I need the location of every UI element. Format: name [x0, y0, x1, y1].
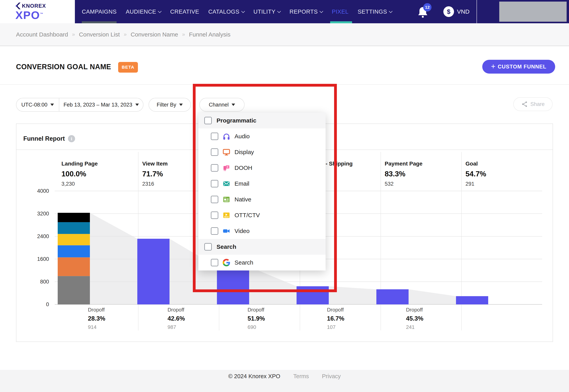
- share-button[interactable]: Share: [513, 97, 553, 111]
- stage-header-payment-page: Payment Page 83.3% 532: [380, 161, 460, 187]
- beta-badge: BETA: [118, 62, 138, 73]
- custom-funnel-label: CUSTOM FUNNEL: [498, 64, 546, 70]
- terms-link[interactable]: Terms: [293, 373, 309, 392]
- dropdown-item-email[interactable]: Email: [198, 176, 326, 192]
- checkbox[interactable]: [211, 148, 218, 156]
- dropdown-arrow-icon: [232, 104, 235, 106]
- filter-by-label: Filter By: [157, 102, 176, 108]
- funnel-bar: [297, 286, 329, 304]
- nav-item-label: CAMPAIGNS: [82, 9, 117, 15]
- avatar[interactable]: [499, 1, 567, 22]
- top-nav: CAMPAIGNS AUDIENCE CREATIVE CATALOGS UTI…: [0, 0, 569, 23]
- chevron-down-icon: [241, 9, 245, 13]
- brand-logo[interactable]: KNOREX XPO™: [0, 0, 75, 23]
- y-tick-label: 0: [46, 301, 49, 307]
- nav-item-label: CATALOGS: [208, 9, 240, 15]
- dropdown-arrow-icon: [135, 104, 139, 106]
- knorex-k-icon: [15, 2, 21, 9]
- nav-item-audience[interactable]: AUDIENCE: [126, 0, 161, 23]
- dropdown-item-ott-ctv[interactable]: OTT/CTV: [198, 207, 326, 223]
- stage-rate: 54.7%: [465, 170, 540, 178]
- billboard-icon: [223, 164, 230, 172]
- copyright-text: © 2024 Knorex XPO: [228, 373, 280, 392]
- stage-header-goal: Goal 54.7% 291: [461, 161, 540, 187]
- currency-selector[interactable]: $ VND: [443, 0, 469, 23]
- nav-item-utility[interactable]: UTILITY: [254, 0, 280, 23]
- nav-item-reports[interactable]: REPORTS: [289, 0, 323, 23]
- y-tick-label: 800: [40, 279, 49, 285]
- filter-by-button[interactable]: Filter By: [149, 98, 191, 112]
- logo-xpo-text: XPO: [15, 9, 40, 21]
- group-label: Programmatic: [217, 117, 256, 124]
- dropdown-arrow-icon: [50, 104, 54, 106]
- dropoff-count: 241: [406, 324, 423, 330]
- y-tick-label: 2400: [37, 233, 49, 239]
- breadcrumb-account-dashboard[interactable]: Account Dashboard: [16, 31, 68, 38]
- footer: © 2024 Knorex XPO Terms Privacy: [0, 370, 569, 392]
- dropoff-rate: 45.3%: [406, 315, 423, 322]
- dropdown-group-programmatic[interactable]: Programmatic: [198, 113, 326, 128]
- checkbox[interactable]: [211, 211, 218, 219]
- currency-code: VND: [457, 8, 469, 15]
- channel-filter-button[interactable]: Channel: [199, 98, 245, 112]
- dropoff-count: 987: [167, 324, 185, 330]
- dropdown-item-dooh[interactable]: DOOH: [198, 160, 326, 176]
- dropdown-item-video[interactable]: Video: [198, 223, 326, 239]
- funnel-bar: [456, 296, 488, 304]
- checkbox[interactable]: [204, 117, 212, 124]
- checkbox[interactable]: [204, 243, 212, 251]
- daterange-select[interactable]: Feb 13, 2023 – Mar 13, 2023: [59, 98, 143, 111]
- stage-rate: 83.3%: [385, 170, 460, 178]
- dropdown-item-search[interactable]: Search: [198, 255, 326, 270]
- checkbox[interactable]: [211, 259, 218, 266]
- breadcrumb: Account Dashboard » Conversion List » Co…: [0, 23, 569, 46]
- checkbox[interactable]: [211, 227, 218, 235]
- nav-item-settings[interactable]: SETTINGS: [358, 0, 392, 23]
- dropdown-group-search[interactable]: Search: [198, 239, 326, 255]
- dropdown-item-native[interactable]: Native: [198, 192, 326, 207]
- headphones-icon: [223, 133, 230, 140]
- breadcrumb-funnel-analysis[interactable]: Funnel Analysis: [189, 31, 230, 38]
- dropoff-1: Dropoff 28.3% 914: [88, 307, 105, 330]
- dropdown-item-display[interactable]: Display: [198, 144, 326, 160]
- checkbox[interactable]: [211, 133, 218, 140]
- envelope-icon: [223, 180, 230, 187]
- privacy-link[interactable]: Privacy: [322, 373, 341, 392]
- checkbox[interactable]: [211, 164, 218, 172]
- stage-rate: 100.0%: [61, 170, 136, 178]
- custom-funnel-button[interactable]: + CUSTOM FUNNEL: [482, 60, 555, 74]
- item-label: Audio: [235, 133, 250, 140]
- item-label: DOOH: [235, 165, 252, 171]
- currency-coin-icon: $: [443, 6, 454, 17]
- dropoff-3: Dropoff 51.9% 690: [248, 307, 265, 330]
- item-label: Email: [235, 180, 249, 187]
- nav-item-creative[interactable]: CREATIVE: [170, 0, 199, 23]
- nav-item-label: AUDIENCE: [126, 9, 156, 15]
- stage-label: Landing Page: [61, 161, 136, 167]
- info-icon[interactable]: i: [68, 135, 75, 142]
- breadcrumb-conversion-list[interactable]: Conversion List: [79, 31, 120, 38]
- item-label: Native: [235, 196, 251, 203]
- stage-label: Payment Page: [385, 161, 460, 167]
- dropoff-rate: 28.3%: [88, 315, 105, 322]
- nav-item-label: SETTINGS: [358, 9, 387, 15]
- timezone-select[interactable]: UTC-08:00: [16, 98, 59, 111]
- breadcrumb-separator: »: [182, 31, 185, 38]
- funnel-bar-segment: [58, 245, 90, 257]
- checkbox[interactable]: [211, 180, 218, 187]
- breadcrumb-separator: »: [72, 31, 75, 38]
- item-label: Display: [235, 149, 254, 155]
- share-label: Share: [530, 101, 544, 107]
- nav-item-campaigns[interactable]: CAMPAIGNS: [82, 0, 117, 23]
- nav-item-pixel[interactable]: PIXEL: [332, 0, 348, 23]
- dropoff-count: 107: [327, 324, 344, 330]
- dropoff-label: Dropoff: [88, 307, 105, 313]
- checkbox[interactable]: [211, 196, 218, 203]
- page-title: CONVERSION GOAL NAME: [16, 63, 111, 71]
- nav-item-catalogs[interactable]: CATALOGS: [208, 0, 244, 23]
- funnel-bar-segment: [58, 276, 90, 304]
- dropdown-item-audio[interactable]: Audio: [198, 128, 326, 144]
- breadcrumb-conversion-name[interactable]: Conversion Name: [131, 31, 178, 38]
- stage-label: - Shipping: [326, 161, 379, 167]
- dropoff-rate: 42.6%: [167, 315, 185, 322]
